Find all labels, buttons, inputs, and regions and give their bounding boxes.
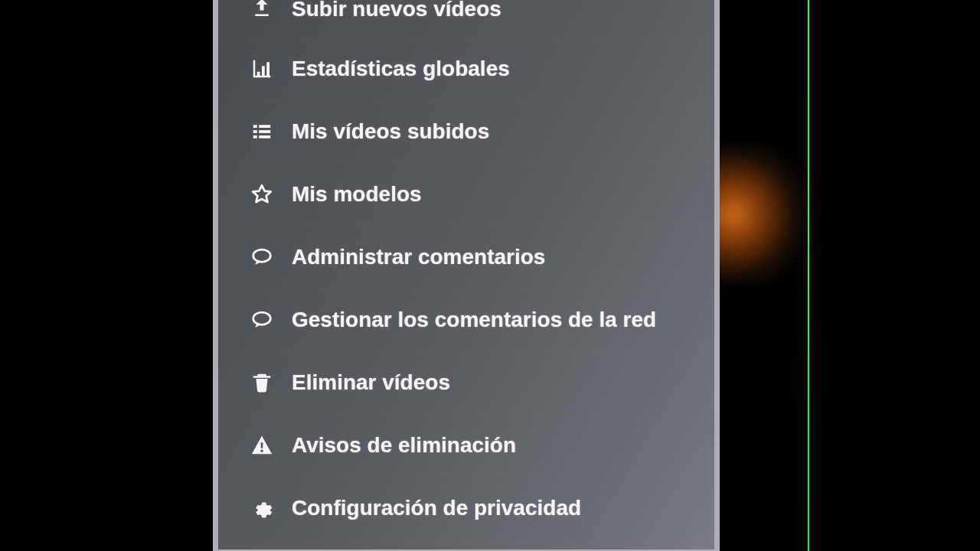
menu-item-delete-videos[interactable]: Eliminar vídeos — [249, 351, 714, 414]
svg-rect-5 — [259, 135, 270, 139]
menu-item-privacy-settings[interactable]: Configuración de privacidad — [249, 477, 714, 540]
admin-menu: Subir nuevos vídeos Estadísticas globale… — [218, 0, 714, 540]
menu-item-global-stats[interactable]: Estadísticas globales — [249, 37, 714, 100]
menu-item-upload-videos[interactable]: Subir nuevos vídeos — [249, 0, 714, 37]
menu-item-label: Mis vídeos subidos — [292, 119, 489, 144]
menu-item-my-models[interactable]: Mis modelos — [249, 163, 714, 226]
trash-icon — [249, 371, 275, 394]
menu-item-label: Mis modelos — [292, 182, 422, 207]
menu-item-label: Configuración de privacidad — [292, 496, 581, 520]
svg-rect-3 — [259, 130, 270, 133]
gear-icon — [249, 497, 275, 520]
menu-item-removal-notices[interactable]: Avisos de eliminación — [249, 414, 714, 477]
upload-icon — [249, 0, 275, 20]
svg-point-6 — [253, 249, 271, 262]
list-icon — [249, 120, 275, 143]
svg-rect-2 — [253, 130, 257, 133]
green-divider-line — [808, 0, 809, 551]
svg-point-7 — [253, 312, 271, 324]
menu-item-label: Administrar comentarios — [292, 245, 545, 269]
menu-item-label: Subir nuevos vídeos — [292, 0, 501, 21]
svg-rect-4 — [253, 135, 257, 139]
menu-item-label: Gestionar los comentarios de la red — [292, 308, 656, 332]
menu-item-label: Eliminar vídeos — [292, 370, 450, 395]
menu-item-label: Estadísticas globales — [292, 57, 510, 81]
menu-item-manage-network-comments[interactable]: Gestionar los comentarios de la red — [249, 289, 714, 351]
menu-item-label: Avisos de eliminación — [292, 433, 516, 458]
admin-menu-panel: Subir nuevos vídeos Estadísticas globale… — [218, 0, 714, 549]
star-icon — [249, 183, 275, 206]
warning-icon — [249, 434, 275, 457]
video-frame: Subir nuevos vídeos Estadísticas globale… — [0, 0, 980, 551]
bar-chart-icon — [249, 57, 275, 80]
menu-item-manage-comments[interactable]: Administrar comentarios — [249, 226, 714, 289]
comment-icon — [249, 308, 275, 331]
svg-rect-0 — [253, 125, 257, 128]
comment-icon — [249, 246, 275, 269]
menu-item-my-uploaded-videos[interactable]: Mis vídeos subidos — [249, 100, 714, 163]
svg-rect-1 — [259, 125, 270, 128]
